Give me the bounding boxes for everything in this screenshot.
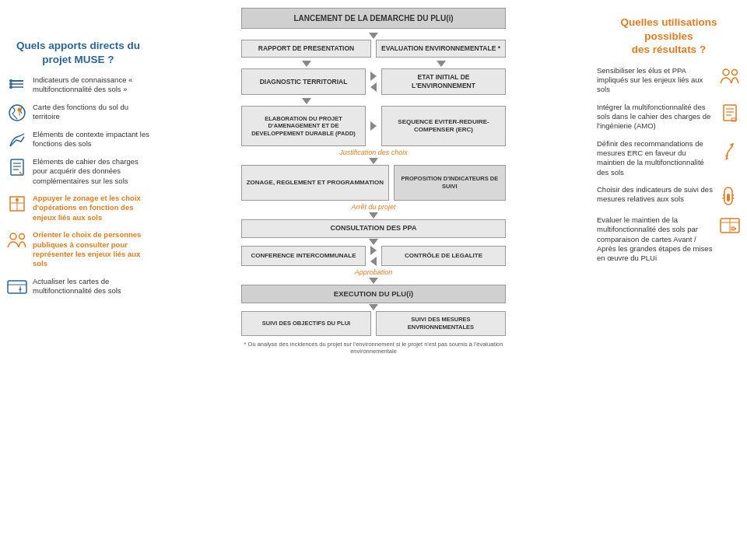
row-diag-etat: DIAGNOSTIC TERRITORIAL ETAT INITIAL DE L… <box>241 68 506 95</box>
suivi-objectifs-box: SUIVI DES OBJECTIFS DU PLUI <box>241 311 371 336</box>
definir-icon <box>719 140 741 162</box>
sequence-box: SEQUENCE EVITER-REDUIRE-COMPENSER (ERC) <box>381 106 506 146</box>
arrow-3a <box>302 98 311 104</box>
arrow-left-2 <box>370 257 377 266</box>
arrow-7 <box>369 278 378 284</box>
center-column: LANCEMENT DE LA DEMARCHE DU PLU(i) RAPPO… <box>150 8 597 552</box>
left-item-actualiser: Actualiser les cartes de multifonctionna… <box>6 277 150 296</box>
controle-box: CONTRÔLE DE LEGALITE <box>381 246 506 266</box>
integrer-text: Intégrer la multifonctionnalité des sols… <box>597 103 714 131</box>
evaluer-text: Evaluer le maintien de la multifonctionn… <box>597 215 714 264</box>
left-item-zonage: Appuyer le zonage et les choix d'opérati… <box>6 194 150 222</box>
elements-text: Eléments de contexte impactant les fonct… <box>33 130 150 149</box>
svg-rect-8 <box>11 159 23 175</box>
conference-box: CONFERENCE INTERCOMMUNALE <box>241 246 366 266</box>
row-conf-ctrl: CONFERENCE INTERCOMMUNALE CONTRÔLE DE LE… <box>241 246 506 266</box>
svg-point-21 <box>732 69 738 75</box>
diagnostic-box: DIAGNOSTIC TERRITORIAL <box>241 68 366 95</box>
right-item-sensibiliser: Sensibiliser les élus et PPA impliqués s… <box>597 66 741 95</box>
footnote-text: * Ou analyse des incidences du projet su… <box>241 341 506 356</box>
zonage-box: ZONAGE, REGLEMENT ET PROGRAMMATION <box>241 165 389 201</box>
arrow-right-3 <box>370 246 377 255</box>
arrow-2a <box>302 61 311 67</box>
zonage-icon <box>6 194 28 215</box>
svg-point-4 <box>9 82 12 86</box>
orienter-text: Orienter le choix de personnes publiques… <box>33 230 150 268</box>
sensibiliser-icon <box>719 67 741 86</box>
right-item-choisir: Choisir des indicateurs de suivi des mes… <box>597 185 741 208</box>
main-container: Quels apports directs du projet MUSE ? I… <box>0 0 747 560</box>
svg-point-20 <box>723 69 729 75</box>
right-column: Quelles utilisations possibles des résul… <box>597 8 741 552</box>
row-zonage-prop: ZONAGE, REGLEMENT ET PROGRAMMATION PROPO… <box>241 165 506 201</box>
arrow-6 <box>369 239 378 245</box>
arrow-left-1 <box>370 82 377 92</box>
svg-point-5 <box>9 86 12 89</box>
indicators-icon <box>6 76 28 95</box>
svg-rect-18 <box>8 281 26 293</box>
right-item-definir: Définir des recommandations de mesures E… <box>597 139 741 177</box>
approbation-label: Approbation <box>355 268 393 276</box>
left-item-cahier: Eléments de cahier des charges pour acqu… <box>6 157 150 186</box>
evaluation-box: EVALUATION ENVIRONNEMENTALE * <box>376 40 506 58</box>
execution-box: EXECUTION DU PLU(i) <box>241 285 506 303</box>
sensibiliser-text: Sensibiliser les élus et PPA impliqués s… <box>597 66 714 95</box>
left-item-indicators: Indicateurs de connaissance « multifonct… <box>6 75 150 95</box>
proposition-box: PROPOSITION D'INDICATEURS DE SUIVI <box>394 165 506 201</box>
svg-point-26 <box>725 154 728 157</box>
zonage-text: Appuyer le zonage et les choix d'opérati… <box>33 194 150 222</box>
actualiser-text: Actualiser les cartes de multifonctionna… <box>33 277 150 296</box>
svg-point-6 <box>9 105 25 121</box>
arrow-1 <box>369 33 378 39</box>
arrow-8 <box>369 304 378 310</box>
arret-label: Arrêt du projet <box>351 203 395 211</box>
rapport-box: RAPPORT DE PRESENTATION <box>241 40 371 58</box>
left-column: Quels apports directs du projet MUSE ? I… <box>6 8 150 552</box>
arrow-right-1 <box>370 72 377 81</box>
justification-label: Justification des choix <box>339 149 408 156</box>
arrow-5 <box>369 212 378 219</box>
evaluer-icon <box>719 216 741 236</box>
row-elab-seq: ELABORATION DU PROJET D'AMENAGEMENT ET D… <box>241 106 506 146</box>
lancement-box: LANCEMENT DE LA DEMARCHE DU PLU(i) <box>241 8 506 29</box>
etat-box: ETAT INITIAL DE L'ENVIRONNEMENT <box>381 68 506 95</box>
cahier-text: Eléments de cahier des charges pour acqu… <box>33 157 150 186</box>
right-title: Quelles utilisations possibles des résul… <box>597 16 741 57</box>
arrows-row-1 <box>241 60 506 68</box>
svg-rect-28 <box>727 194 730 201</box>
svg-point-17 <box>19 234 25 240</box>
integrer-icon <box>719 103 741 124</box>
left-title: Quels apports directs du projet MUSE ? <box>6 39 150 66</box>
consultation-box: CONSULTATION DES PPA <box>241 219 506 238</box>
svg-point-16 <box>10 233 16 240</box>
choisir-icon <box>719 186 741 208</box>
actualiser-icon <box>6 278 28 296</box>
suivi-mesures-box: SUIVI DES MESURES ENVRIONNEMENTALES <box>376 311 506 336</box>
conf-ctrl-arrows <box>370 246 377 266</box>
left-item-carte: Carte des fonctions du sol du territoire <box>6 103 150 122</box>
elab-seq-arrows <box>370 106 377 146</box>
choisir-text: Choisir des indicateurs de suivi des mes… <box>597 185 714 205</box>
definir-text: Définir des recommandations de mesures E… <box>597 139 714 177</box>
orienter-icon <box>6 231 28 248</box>
left-item-elements: Eléments de contexte impactant les fonct… <box>6 130 150 149</box>
indicators-text: Indicateurs de connaissance « multifonct… <box>33 75 150 95</box>
svg-point-15 <box>16 198 19 201</box>
carte-text: Carte des fonctions du sol du territoire <box>33 103 150 122</box>
cahier-icon <box>6 158 28 178</box>
arrow-2b <box>437 61 446 67</box>
carte-icon <box>6 103 28 122</box>
elements-icon <box>6 131 28 149</box>
flow-diagram: LANCEMENT DE LA DEMARCHE DU PLU(i) RAPPO… <box>153 8 594 355</box>
diag-etat-arrows <box>370 68 377 95</box>
elaboration-box: ELABORATION DU PROJET D'AMENAGEMENT ET D… <box>241 106 366 146</box>
row-suivi: SUIVI DES OBJECTIFS DU PLUI SUIVI DES ME… <box>241 311 506 336</box>
row-rapport-eval: RAPPORT DE PRESENTATION EVALUATION ENVIR… <box>241 40 506 58</box>
left-item-orienter: Orienter le choix de personnes publiques… <box>6 230 150 268</box>
right-item-integrer: Intégrer la multifonctionnalité des sols… <box>597 103 741 131</box>
arrows-row-2 <box>241 97 506 105</box>
svg-point-3 <box>9 79 12 82</box>
arrow-right-2 <box>370 121 377 131</box>
right-item-evaluer: Evaluer le maintien de la multifonctionn… <box>597 215 741 264</box>
arrow-4 <box>369 158 378 164</box>
